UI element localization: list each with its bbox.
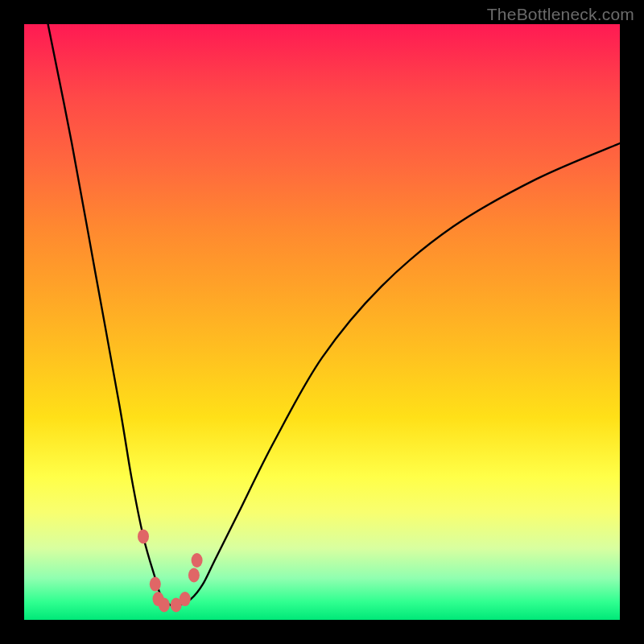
data-point (138, 529, 149, 543)
data-point (180, 592, 191, 606)
chart-plot-area (24, 24, 620, 620)
data-point (192, 553, 203, 568)
watermark-text: TheBottleneck.com (487, 5, 634, 24)
data-point (150, 577, 161, 592)
data-point (188, 568, 200, 583)
bottleneck-curve-svg (24, 24, 620, 620)
bottleneck-curve-path (48, 24, 620, 606)
data-point (159, 598, 170, 613)
curve-data-points (138, 529, 203, 612)
